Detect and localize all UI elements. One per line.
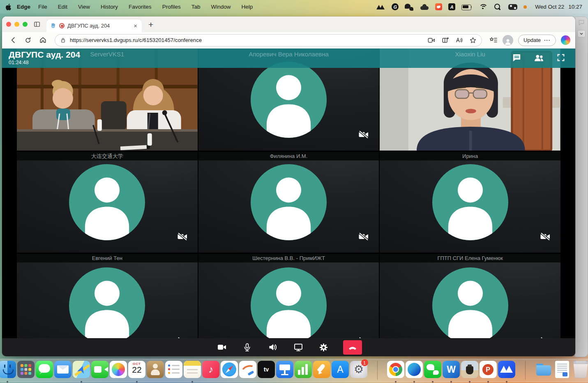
update-label: Update (523, 37, 541, 43)
dock-item-numbers[interactable] (294, 361, 313, 382)
zoom-window-button[interactable] (23, 22, 28, 27)
dock-item-chrome[interactable] (387, 361, 405, 382)
spotlight-icon[interactable] (493, 3, 502, 11)
avatar (17, 152, 198, 253)
dock-item-powerpoint[interactable]: P (479, 361, 498, 382)
menu-bar-date[interactable]: Wed Oct 22 (535, 4, 564, 10)
favorite-star-icon[interactable] (469, 37, 477, 44)
participant-tile[interactable]: Шестернина В.В. - ПримИЖТ (198, 254, 379, 338)
running-indicator (487, 381, 489, 383)
dock-item-preview[interactable] (461, 361, 479, 382)
camera-button[interactable] (216, 341, 228, 353)
menu-items: FileEditViewHistoryFavoritesProfilesTabW… (33, 4, 258, 10)
minimize-window-button[interactable] (14, 22, 19, 27)
participant-name: Ирина (380, 152, 560, 160)
dock-item-appstore[interactable]: A (331, 361, 350, 382)
camera-off-icon (358, 130, 369, 141)
update-button[interactable]: Update ··· (518, 35, 556, 46)
wechat-icon[interactable] (405, 3, 414, 11)
menu-item[interactable]: View (78, 4, 90, 10)
participant-tile[interactable]: Ирина (380, 152, 560, 253)
dock-item-keynote[interactable] (276, 361, 294, 382)
participant-tile[interactable]: Филянина И.М. (198, 152, 379, 253)
close-window-button[interactable] (6, 22, 11, 27)
menu-item[interactable]: File (38, 4, 47, 10)
speaker-button[interactable] (267, 341, 279, 353)
microphone-button[interactable] (241, 341, 254, 353)
browser-tab[interactable]: ДВГУПС ауд. 204 × (46, 19, 142, 32)
collections-icon[interactable] (489, 37, 498, 44)
control-center-icon[interactable] (508, 3, 517, 11)
dock-item-pages[interactable] (313, 361, 331, 382)
read-aloud-icon[interactable] (455, 37, 463, 44)
menu-item[interactable]: Profiles (162, 4, 181, 10)
home-button[interactable] (37, 35, 49, 46)
screen-share-button[interactable] (292, 341, 304, 353)
running-indicator (81, 381, 82, 383)
chevron-down-icon[interactable] (577, 30, 586, 37)
menu-item[interactable]: Favorites (129, 4, 152, 10)
dock-item-appletv[interactable]: tv (257, 361, 276, 382)
dock-divider (525, 361, 526, 380)
menu-item[interactable]: History (101, 4, 118, 10)
dock-item-facetime[interactable] (91, 361, 109, 382)
more-options-icon[interactable]: ··· (544, 37, 551, 43)
dock-item-contacts[interactable] (146, 361, 165, 382)
copilot-icon[interactable] (561, 35, 570, 45)
dock-item-mail[interactable] (54, 361, 72, 382)
mountain-app-icon[interactable] (376, 3, 385, 11)
active-app-name[interactable]: Edge (17, 4, 30, 10)
avatar (380, 254, 560, 338)
web-capture-video-icon[interactable] (428, 37, 436, 44)
dock-item-messages[interactable] (35, 361, 54, 382)
dock-item-launchpad[interactable] (17, 361, 35, 382)
grammarly-icon[interactable]: G (392, 3, 399, 10)
dock-item-freeform[interactable] (239, 361, 257, 382)
dock-item-calendar[interactable]: OCT 22 (128, 361, 146, 382)
close-tab-icon[interactable]: × (133, 23, 138, 29)
wifi-icon[interactable] (479, 3, 487, 11)
new-tab-button[interactable]: + (148, 20, 153, 29)
dock-item-edge[interactable] (405, 361, 424, 382)
hang-up-button[interactable] (343, 340, 362, 355)
dock-item-trash[interactable] (572, 361, 588, 382)
dock-item-photos[interactable] (109, 361, 128, 382)
dock-item-[interactable] (368, 361, 387, 382)
dock-item-folder[interactable] (535, 361, 553, 382)
menu-item[interactable]: Window (211, 4, 231, 10)
dock-item-safari[interactable] (220, 361, 239, 382)
dock-item-wechat[interactable] (424, 361, 442, 382)
dock-item-reminders[interactable] (165, 361, 183, 382)
tab-overview-icon[interactable] (33, 21, 41, 28)
settings-button[interactable] (318, 341, 330, 353)
back-button[interactable] (7, 35, 19, 46)
battery-icon[interactable] (461, 3, 473, 11)
participant-tile[interactable]: 大连交通大学 (17, 152, 198, 253)
address-bar[interactable]: https://servervks1.dvgups.ru/c/615320145… (55, 34, 482, 46)
menu-item[interactable]: Tab (191, 4, 201, 10)
icloud-icon[interactable] (420, 3, 429, 11)
participant-tile[interactable]: ГПТП СГИ Елена Гуменюк (380, 254, 560, 338)
dock-item-document[interactable] (553, 361, 572, 382)
dock-item-finder[interactable] (0, 361, 17, 382)
avatar (198, 254, 379, 338)
screen-record-dot-icon[interactable] (523, 3, 527, 11)
profile-avatar[interactable] (503, 35, 513, 46)
apple-menu-icon[interactable] (6, 4, 11, 10)
dock-item-music[interactable]: ♪ (202, 361, 220, 382)
participant-name: Шестернина В.В. - ПримИЖТ (198, 254, 379, 262)
dock-item-notes[interactable] (183, 361, 202, 382)
menu-item[interactable]: Help (241, 4, 253, 10)
reload-button[interactable] (22, 35, 34, 46)
dock-item-lark[interactable] (498, 361, 516, 382)
dock-item-[interactable] (516, 361, 535, 382)
dock-item-settings[interactable]: ⚙ 1 (350, 361, 368, 382)
participant-tile[interactable]: Евгений Тен (17, 254, 198, 338)
split-screen-icon[interactable] (442, 37, 449, 44)
url-text[interactable]: https://servervks1.dvgups.ru/c/615320145… (70, 37, 424, 43)
menu-item[interactable]: Edit (58, 4, 67, 10)
dock-item-word[interactable]: W (442, 361, 461, 382)
creative-app-icon[interactable] (435, 3, 442, 10)
dock-item-maps[interactable] (72, 361, 91, 382)
input-source-icon[interactable]: A (448, 3, 455, 10)
